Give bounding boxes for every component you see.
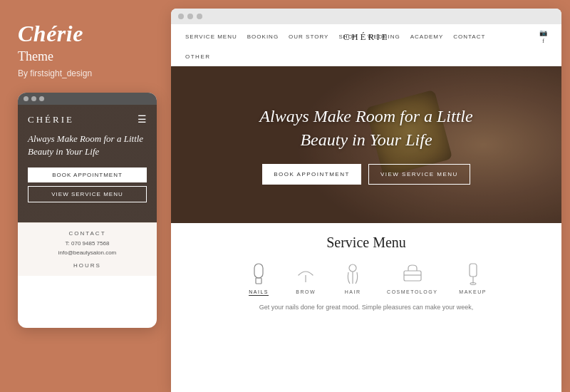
theme-subtitle: Theme	[18, 49, 153, 64]
makeup-label: MAKEUP	[459, 289, 487, 294]
mobile-contact-section: CONTACT T: 070 9485 7568 info@beautysalo…	[18, 222, 157, 276]
nav-contact[interactable]: CONTACT	[453, 33, 485, 40]
contact-label: CONTACT	[28, 230, 147, 237]
browser-dot-yellow	[187, 14, 193, 19]
service-description: Get your nails done for great mood. Simp…	[224, 303, 509, 313]
nails-icon	[246, 261, 271, 287]
mobile-logo: CHÉRIE	[28, 114, 74, 125]
svg-rect-0	[254, 264, 263, 278]
theme-author: By firstsight_design	[18, 68, 153, 78]
nav-our-story[interactable]: OUR STORY	[289, 33, 328, 40]
cosmetology-label: COSMETOLOGY	[387, 289, 437, 294]
service-item-makeup[interactable]: MAKEUP	[459, 261, 487, 296]
service-icons-row: NAILS BROW	[185, 261, 547, 296]
book-appointment-button[interactable]: BOOK APPOINTMENT	[262, 164, 361, 185]
hamburger-icon[interactable]: ☰	[138, 113, 147, 125]
mobile-hero-text: Always Make Room for a Little Beauty in …	[28, 133, 147, 158]
svg-rect-4	[404, 271, 421, 281]
instagram-icon[interactable]: 📷	[539, 29, 547, 36]
nav-top-row: SERVICE MENU BOOKING OUR STORY SHOP WEDD…	[185, 24, 547, 46]
hero-buttons: BOOK APPOINTMENT VIEW SERVICE MENU	[259, 164, 472, 185]
desktop-hero: Always Make Room for a Little Beauty in …	[171, 66, 561, 223]
mobile-mockup: CHÉRIE ☰ Always Make Room for a Little B…	[18, 93, 157, 328]
mobile-service-button[interactable]: VIEW SERVICE MENU	[28, 186, 147, 202]
social-icons: 📷 f	[539, 29, 547, 44]
theme-title: Chérie	[18, 21, 153, 46]
mobile-top-bar	[18, 93, 157, 105]
service-menu-section: Service Menu NAILS	[171, 223, 561, 392]
browser-dot-green	[197, 14, 202, 19]
svg-rect-6	[470, 264, 477, 277]
service-item-hair[interactable]: HAIR	[340, 261, 366, 296]
mobile-dot-1	[24, 96, 28, 101]
desktop-logo: CHÉRIE	[343, 31, 390, 43]
service-item-cosmetology[interactable]: COSMETOLOGY	[387, 261, 437, 296]
desktop-nav: SERVICE MENU BOOKING OUR STORY SHOP WEDD…	[171, 24, 561, 66]
hair-label: HAIR	[345, 289, 361, 294]
service-item-brow[interactable]: BROW	[293, 261, 318, 296]
nav-academy[interactable]: ACADEMY	[410, 33, 444, 40]
svg-rect-1	[256, 278, 261, 284]
nails-label: NAILS	[249, 289, 269, 296]
hero-heading: Always Make Room for a Little Beauty in …	[259, 105, 472, 151]
view-service-button[interactable]: VIEW SERVICE MENU	[368, 164, 470, 185]
mobile-dot-3	[39, 96, 44, 101]
mobile-hero: CHÉRIE ☰ Always Make Room for a Little B…	[18, 105, 157, 222]
mobile-phone: T: 070 9485 7568	[28, 239, 147, 249]
nav-booking[interactable]: BOOKING	[247, 33, 279, 40]
makeup-icon	[460, 261, 486, 287]
nav-service-menu[interactable]: SERVICE MENU	[185, 33, 237, 40]
nav-bottom: OTHER	[185, 46, 547, 66]
brow-label: BROW	[296, 289, 316, 294]
browser-bar	[171, 9, 561, 24]
mobile-email: info@beautysalon.com	[28, 249, 147, 258]
left-panel: Chérie Theme By firstsight_design CHÉRIE…	[0, 0, 171, 392]
service-item-nails[interactable]: NAILS	[246, 261, 271, 296]
browser-dot-red	[178, 14, 184, 19]
svg-point-3	[349, 264, 356, 272]
mobile-book-button[interactable]: BOOK APPOINTMENT	[28, 167, 147, 182]
browser-window: SERVICE MENU BOOKING OUR STORY SHOP WEDD…	[171, 9, 561, 392]
cosmetology-icon	[400, 261, 425, 287]
hair-icon	[340, 261, 366, 287]
brow-icon	[293, 261, 318, 287]
nav-links-left: SERVICE MENU BOOKING OUR STORY SHOP WEDD…	[185, 33, 485, 40]
hero-content: Always Make Room for a Little Beauty in …	[259, 105, 472, 185]
mobile-dot-2	[31, 96, 36, 101]
facebook-icon[interactable]: f	[542, 37, 544, 44]
nav-other[interactable]: OTHER	[185, 53, 211, 60]
hours-label: HOURS	[28, 262, 147, 269]
mobile-nav: CHÉRIE ☰	[28, 113, 147, 125]
service-menu-title: Service Menu	[185, 234, 547, 251]
